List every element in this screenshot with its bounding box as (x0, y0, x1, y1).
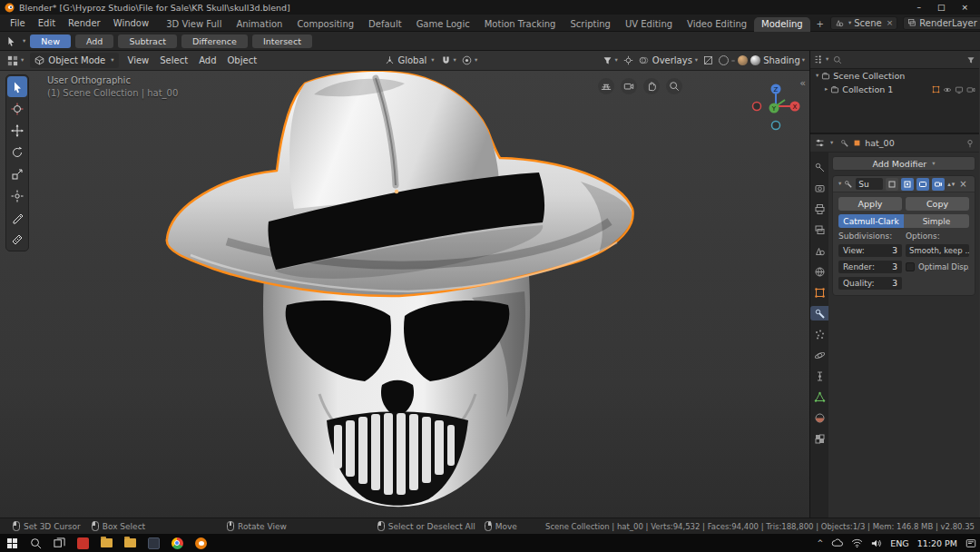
disable-render-icon[interactable] (966, 85, 975, 94)
tab-texture[interactable] (810, 431, 828, 446)
tab-3d-view-full[interactable]: 3D View Full (159, 17, 229, 32)
modifier-move-down-icon[interactable]: ▾ (952, 181, 956, 188)
tab-world[interactable] (810, 264, 828, 279)
gizmos-toggle[interactable] (621, 55, 636, 65)
tool-move[interactable] (7, 120, 27, 141)
camera-view-button[interactable] (621, 78, 637, 94)
active-tool-icon[interactable] (5, 35, 16, 46)
modifier-move-up-icon[interactable]: ▴ (947, 181, 951, 188)
tab-object[interactable] (810, 285, 828, 300)
tool-annotate[interactable] (7, 207, 27, 228)
viewport-menu-object[interactable]: Object (222, 55, 263, 65)
overlays-toggle[interactable]: Overlays ▾ (636, 55, 701, 65)
outliner-search-icon[interactable] (833, 55, 842, 64)
optimal-display-checkbox[interactable] (906, 262, 915, 271)
pan-view-button[interactable] (643, 78, 660, 94)
tab-view-layer[interactable] (810, 222, 828, 237)
viewport-menu-view[interactable]: View (122, 55, 155, 65)
zoom-view-button[interactable] (666, 78, 682, 94)
navigation-gizmo[interactable]: Z X Y (750, 80, 802, 133)
bool-add-button[interactable]: Add (75, 34, 113, 48)
viewport-canvas[interactable]: User Orthographic (1) Scene Collection |… (0, 71, 809, 518)
scene-collection-expand-icon[interactable]: ▾ (816, 73, 818, 79)
language-indicator[interactable]: ENG (890, 538, 908, 548)
tab-render[interactable] (810, 181, 828, 195)
tool-rotate[interactable] (7, 142, 27, 163)
tab-scripting[interactable]: Scripting (563, 17, 617, 32)
cloud-icon[interactable] (831, 538, 843, 547)
menu-file[interactable]: File (4, 17, 32, 29)
viewport-menu-add[interactable]: Add (193, 55, 221, 65)
shading-chevron-icon[interactable]: ▾ (802, 57, 805, 64)
modifier-editmode-toggle[interactable] (901, 178, 914, 191)
tab-physics[interactable] (810, 348, 828, 362)
modifier-render-toggle[interactable] (932, 178, 945, 191)
maximize-button[interactable]: □ (937, 3, 946, 12)
scene-selector[interactable]: ▾ Scene × (830, 16, 897, 30)
tab-scene[interactable] (810, 243, 828, 258)
modifier-name-field[interactable]: Su (856, 178, 883, 190)
tool-measure[interactable] (7, 229, 27, 250)
taskbar-app-dark[interactable] (142, 534, 165, 552)
mode-selector[interactable]: Object Mode ▾ (30, 53, 118, 68)
optimal-display-option[interactable]: Optimal Disp... (906, 261, 969, 273)
disable-viewport-icon[interactable] (955, 85, 964, 94)
view-subdivisions-field[interactable]: View: 3 (838, 244, 902, 257)
quality-field[interactable]: Quality: 3 (838, 277, 902, 290)
overlays-chevron-icon[interactable]: ▾ (695, 57, 698, 64)
outliner-editor-icon[interactable] (814, 54, 824, 64)
visibility-filter-button[interactable]: ▾ (600, 55, 621, 65)
close-button[interactable]: × (961, 3, 968, 12)
tab-material[interactable] (810, 410, 828, 425)
gizmo-negative-x-axis[interactable] (753, 103, 761, 111)
transform-orientation-selector[interactable]: Global ▾ (381, 55, 437, 65)
tab-particles[interactable] (810, 327, 828, 341)
scene-3d-view[interactable] (0, 71, 809, 518)
bool-new-button[interactable]: New (30, 34, 71, 48)
tab-animation[interactable]: Animation (229, 17, 289, 32)
minimize-button[interactable]: – (916, 3, 921, 12)
menu-edit[interactable]: Edit (32, 17, 62, 29)
hide-eye-icon[interactable] (943, 85, 952, 94)
tab-modeling[interactable]: Modeling (754, 17, 810, 32)
taskbar-app-red[interactable] (71, 534, 94, 552)
outliner-editor-chevron-icon[interactable]: ▾ (826, 56, 828, 63)
bool-difference-button[interactable]: Difference (181, 34, 248, 48)
tab-compositing[interactable]: Compositing (289, 17, 361, 32)
modifier-realtime-toggle[interactable] (916, 178, 929, 191)
tab-uv-editing[interactable]: UV Editing (618, 17, 680, 32)
viewport-menu-select[interactable]: Select (154, 55, 193, 65)
editor-type-button[interactable]: ▾ (5, 55, 26, 66)
tab-video-editing[interactable]: Video Editing (680, 17, 754, 32)
taskbar-blender[interactable] (189, 534, 212, 552)
catmull-clark-option[interactable]: Catmull-Clark (838, 214, 904, 228)
menu-render[interactable]: Render (62, 17, 107, 29)
outliner-row-collection-1[interactable]: ▸ Collection 1 (810, 83, 979, 96)
clock[interactable]: 11:20 PM (917, 538, 957, 548)
taskbar-search-button[interactable] (24, 534, 47, 552)
tool-scale[interactable] (7, 163, 27, 184)
task-view-button[interactable] (47, 534, 71, 552)
volume-icon[interactable] (871, 538, 882, 548)
tab-motion-tracking[interactable]: Motion Tracking (477, 17, 564, 32)
bool-intersect-button[interactable]: Intersect (252, 34, 312, 48)
uv-smooth-dropdown[interactable]: Smooth, keep ... ▾ (906, 244, 969, 257)
modifier-on-cage-toggle[interactable] (886, 178, 898, 191)
collection-expand-icon[interactable]: ▸ (825, 86, 828, 93)
add-modifier-button[interactable]: Add Modifier ▾ (832, 156, 975, 171)
scene-unlink-icon[interactable]: × (887, 18, 894, 27)
notification-icon[interactable] (965, 538, 976, 548)
render-layer-selector[interactable]: RenderLayer × (903, 16, 980, 30)
render-subdivisions-field[interactable]: Render: 3 (838, 261, 902, 273)
xray-toggle[interactable] (701, 55, 716, 65)
shading-material-icon[interactable] (738, 55, 748, 65)
tab-output[interactable] (810, 202, 828, 216)
proportional-chevron-icon[interactable]: ▾ (475, 57, 477, 64)
properties-editor-icon[interactable] (815, 138, 825, 148)
outliner-filter-icon[interactable] (966, 55, 975, 64)
perspective-grid-button[interactable] (598, 78, 614, 94)
tool-cursor[interactable] (7, 98, 27, 119)
start-button[interactable] (0, 534, 24, 552)
simple-option[interactable]: Simple (904, 214, 969, 228)
tray-expand-icon[interactable]: ^ (817, 539, 823, 547)
